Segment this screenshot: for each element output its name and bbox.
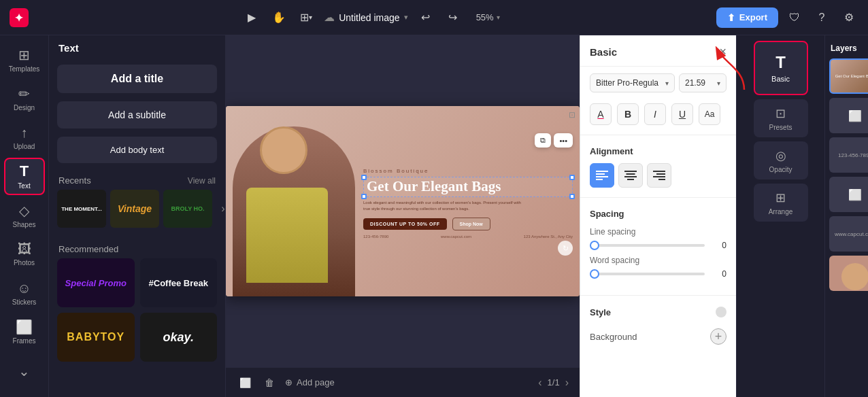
topbar: ✦ ▶ ✋ ⊞ ▾ ☁ Untitled image ▾ ↩ ↪ 55% ▾ ⬆…: [0, 0, 868, 35]
word-spacing-label: Word spacing: [590, 256, 727, 265]
shapes-icon: ◇: [19, 203, 29, 219]
frames-icon: ⬜: [16, 319, 33, 335]
sidebar-item-photos[interactable]: 🖼 Photos: [4, 235, 45, 273]
opacity-tool-btn[interactable]: ◎ Opacity: [754, 141, 808, 179]
basic-text-icon: T: [775, 53, 786, 72]
italic-btn[interactable]: I: [644, 103, 666, 125]
presets-icon: ⊡: [775, 106, 786, 121]
layers-title: Layers: [825, 41, 868, 58]
canvas-area: Blossom Boutique Get Our Elegant Bags ⧉ …: [226, 35, 580, 397]
layer-item-1[interactable]: Get Our Elegant Bags: [829, 58, 868, 94]
add-body-button[interactable]: Add body text: [57, 137, 217, 163]
next-page-btn[interactable]: ›: [565, 377, 569, 389]
canvas-more-btn[interactable]: •••: [554, 133, 573, 148]
svg-rect-8: [624, 176, 637, 177]
photos-icon: 🖼: [18, 241, 31, 257]
text-panel-header: Text: [49, 35, 225, 61]
refresh-icon[interactable]: ↻: [558, 241, 573, 256]
align-left-btn[interactable]: [590, 163, 614, 188]
layer-item-2[interactable]: ⬜: [829, 98, 868, 133]
rec-item-1[interactable]: Special Promo: [57, 258, 135, 307]
chevron-down-icon: ⌄: [18, 363, 30, 379]
recent-item-2[interactable]: Vintage: [110, 190, 159, 228]
zoom-control[interactable]: 55% ▾: [471, 10, 505, 25]
canvas-wrap[interactable]: Blossom Boutique Get Our Elegant Bags ⧉ …: [226, 35, 580, 367]
sidebar-item-stickers[interactable]: ☺ Stickers: [4, 275, 45, 312]
canvas-copy-btn[interactable]: ⧉: [535, 133, 551, 148]
prev-page-btn[interactable]: ‹: [538, 377, 541, 389]
sidebar-item-frames[interactable]: ⬜ Frames: [4, 313, 45, 351]
text-color-btn[interactable]: A: [590, 103, 612, 125]
canvas-bottom-bar: ⬜ 🗑 ⊕ Add page ‹ 1/1 ›: [226, 367, 580, 397]
sidebar-item-upload[interactable]: ↑ Upload: [4, 119, 45, 156]
canvas-phone: 123-456-7890: [363, 235, 388, 239]
shield-icon-btn[interactable]: 🛡: [784, 7, 805, 29]
presets-tool-btn[interactable]: ⊡ Presets: [754, 99, 808, 137]
delete-page-btn[interactable]: 🗑: [262, 375, 277, 391]
sidebar-item-shapes[interactable]: ◇ Shapes: [4, 196, 45, 234]
add-to-page-btn[interactable]: ⬜: [237, 375, 254, 391]
rec-item-3[interactable]: BABYTOY: [57, 313, 135, 362]
add-page-button[interactable]: ⊕ Add page: [285, 377, 335, 387]
export-button[interactable]: ⬆ Export: [716, 7, 778, 28]
rec-item-4[interactable]: okay.: [140, 313, 218, 362]
basic-tool-btn[interactable]: T Basic: [754, 41, 808, 95]
recent-item-3[interactable]: BROLY HO.: [163, 190, 212, 228]
line-spacing-val: 0: [710, 241, 727, 250]
rec-item-2[interactable]: #Coffee Break: [140, 258, 218, 307]
font-selector[interactable]: Bitter Pro-Regula ▾: [590, 73, 675, 92]
background-add-btn[interactable]: +: [710, 328, 727, 345]
recent-item-1[interactable]: THE MOMENT...: [57, 190, 106, 228]
main-content: ⊞ Templates ✏ Design ↑ Upload T Text ◇ S…: [0, 35, 868, 397]
word-spacing-track[interactable]: [590, 273, 705, 275]
app-logo: ✦: [8, 7, 30, 29]
text-icon: T: [20, 162, 29, 180]
topbar-tools: ▶ ✋ ⊞ ▾: [241, 7, 317, 29]
line-spacing-track[interactable]: [590, 244, 705, 247]
layer-item-3[interactable]: 123-456-7890: [829, 137, 868, 173]
help-icon-btn[interactable]: ?: [811, 7, 833, 29]
basic-panel-close[interactable]: ×: [719, 45, 727, 59]
text-style-row: A B I U Aa: [580, 99, 736, 129]
sidebar-item-design[interactable]: ✏ Design: [4, 80, 45, 117]
basic-panel-header: Basic ×: [580, 35, 736, 67]
templates-icon: ⊞: [18, 47, 30, 63]
font-size-input[interactable]: 21.59 ▾: [679, 73, 727, 92]
add-subtitle-button[interactable]: Add a subtitle: [57, 101, 217, 128]
underline-btn[interactable]: U: [671, 103, 693, 125]
arrange-tool-btn[interactable]: ⊞ Arrange: [754, 184, 808, 222]
view-all-recents[interactable]: View all: [188, 176, 216, 186]
recents-grid: THE MOMENT... Vintage BROLY HO. ›: [49, 190, 225, 236]
pointer-tool[interactable]: ▶: [241, 7, 263, 29]
add-page-icon: ⊕: [285, 377, 293, 387]
canvas-headline[interactable]: Get Our Elegant Bags: [367, 179, 569, 194]
design-icon: ✏: [18, 86, 30, 102]
line-spacing-label: Line spacing: [590, 227, 727, 237]
sidebar-item-templates[interactable]: ⊞ Templates: [4, 41, 45, 78]
document-title[interactable]: ☁ Untitled image ▾: [324, 11, 408, 24]
layout-tool[interactable]: ⊞ ▾: [295, 7, 317, 29]
add-title-button[interactable]: Add a title: [57, 65, 217, 93]
style-section: Style: [580, 301, 736, 323]
svg-rect-11: [656, 173, 665, 175]
align-right-btn[interactable]: [647, 163, 671, 188]
layer-item-4[interactable]: ⬜: [829, 177, 868, 212]
background-label: Background: [590, 332, 637, 342]
bold-btn[interactable]: B: [617, 103, 639, 125]
sidebar-more-btn[interactable]: ⌄: [4, 352, 45, 390]
sidebar-item-text[interactable]: T Text: [4, 158, 45, 195]
redo-btn[interactable]: ↪: [442, 7, 464, 29]
undo-btn[interactable]: ↩: [415, 7, 437, 29]
undo-redo: ↩ ↪: [415, 7, 464, 29]
case-btn[interactable]: Aa: [699, 103, 720, 125]
hand-tool[interactable]: ✋: [268, 7, 290, 29]
spacing-label: Spacing: [580, 203, 736, 222]
layer-item-5[interactable]: www.capcut.com: [829, 216, 868, 252]
layer-item-6[interactable]: [829, 256, 868, 291]
page-indicator: 1/1: [548, 377, 560, 387]
basic-panel-title: Basic: [590, 46, 617, 58]
recents-next-arrow[interactable]: ›: [216, 202, 225, 215]
svg-rect-10: [653, 171, 665, 172]
settings-icon-btn[interactable]: ⚙: [838, 7, 860, 29]
align-center-btn[interactable]: [618, 163, 643, 188]
